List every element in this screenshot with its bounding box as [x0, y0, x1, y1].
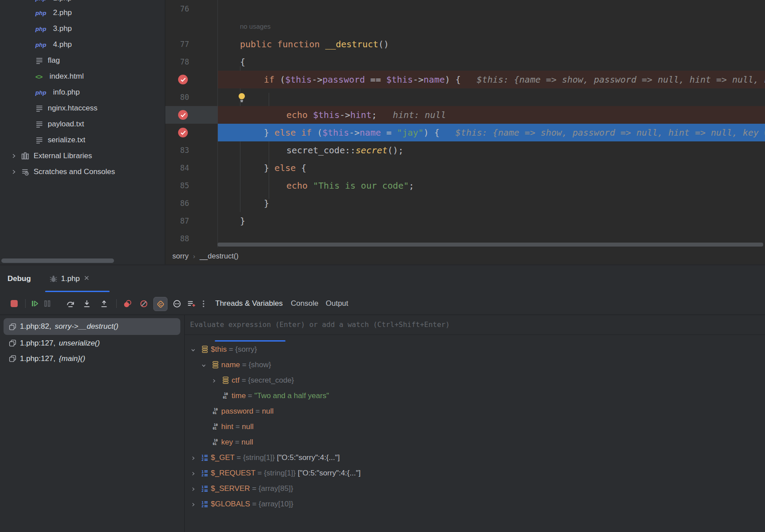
variable-row-globals[interactable]: 12$GLOBALS = {array[10]} — [185, 497, 765, 511]
code-line[interactable]: public function __destruct() — [217, 35, 765, 53]
gutter-cell[interactable]: 77 — [165, 35, 217, 53]
code-line[interactable]: { — [217, 53, 765, 71]
mute-breakpoints-icon[interactable] — [121, 297, 133, 310]
gutter-cell[interactable]: 76 — [165, 0, 217, 18]
line-number[interactable]: 88 — [165, 230, 217, 247]
tree-item-nginx-htaccess[interactable]: nginx.htaccess — [0, 102, 165, 115]
line-number[interactable]: 83 — [165, 141, 217, 159]
gutter-cell[interactable]: 85 — [165, 177, 217, 194]
gutter-cell[interactable]: 84 — [165, 159, 217, 177]
evaluate-expression-input[interactable]: Evaluate expression (Enter) or add a wat… — [185, 315, 765, 335]
chevron-right-icon[interactable] — [11, 153, 17, 159]
code-token: "This is our code" — [313, 180, 409, 191]
gutter-cell[interactable]: 78 — [165, 53, 217, 71]
step-out-icon[interactable] — [98, 297, 110, 310]
code-line[interactable]: secret_code::secret(); — [217, 141, 765, 159]
project-horizontal-scrollbar[interactable] — [1, 258, 114, 263]
gutter-cell[interactable]: 87 — [165, 212, 217, 230]
variable-row-_request[interactable]: 12$_REQUEST = {string[1]} ["O:5:"sorry":… — [185, 466, 765, 480]
add-watch-icon[interactable] — [185, 297, 197, 310]
tree-item-4-php[interactable]: php4.php — [0, 38, 165, 51]
chevron-right-icon[interactable] — [211, 378, 217, 383]
chevron-right-icon[interactable] — [190, 471, 196, 476]
tree-item-index-html[interactable]: <>index.html — [0, 70, 165, 83]
breadcrumb-method[interactable]: __destruct() — [200, 252, 239, 260]
chevron-down-icon[interactable] — [190, 347, 196, 352]
resume-icon[interactable] — [29, 297, 41, 310]
code-line[interactable]: } else if ($this->name = "jay") { $this:… — [217, 124, 765, 141]
stop-button[interactable] — [8, 297, 20, 310]
breakpoint-icon[interactable] — [178, 128, 188, 137]
close-icon[interactable] — [84, 275, 90, 283]
line-number[interactable]: 85 — [165, 177, 217, 194]
variable-row-_server[interactable]: 12$_SERVER = {array[85]} — [185, 482, 765, 496]
tree-item-payload-txt[interactable]: payload.txt — [0, 118, 165, 131]
frames-list: 1.php:82, sorry->__destruct()1.php:127, … — [0, 315, 184, 532]
breakpoint-crossed-icon[interactable] — [137, 297, 150, 310]
array-icon: 12 — [201, 500, 209, 508]
variable-row-name[interactable]: name = {show} — [185, 358, 765, 372]
gutter-cell[interactable]: 86 — [165, 194, 217, 212]
variable-row-time[interactable]: 1001time = "Two and a half years" — [185, 389, 765, 403]
php-c-toggle-icon[interactable]: C — [153, 297, 167, 311]
gutter-cell[interactable] — [165, 71, 217, 88]
tree-item-3-php[interactable]: php3.php — [0, 22, 165, 35]
code-line[interactable] — [217, 88, 765, 106]
code-line[interactable]: } — [217, 194, 765, 212]
chevron-right-icon[interactable] — [11, 169, 17, 175]
tree-item-serialize-txt[interactable]: serialize.txt — [0, 133, 165, 147]
line-number[interactable]: 77 — [165, 35, 217, 53]
step-into-icon[interactable] — [80, 297, 93, 310]
code-line[interactable]: echo $this->hint; hint: null — [217, 106, 765, 124]
gutter-cell[interactable] — [165, 106, 217, 124]
variable-row-key[interactable]: 1001key = null — [185, 435, 765, 449]
stack-frame[interactable]: 1.php:127, {main}() — [4, 351, 180, 366]
debug-session-tab[interactable]: 1.php — [44, 265, 110, 293]
breadcrumb-class[interactable]: sorry — [172, 252, 189, 260]
code-line[interactable] — [217, 0, 765, 18]
gutter-cell[interactable]: 88 — [165, 230, 217, 247]
pause-icon[interactable] — [41, 297, 53, 310]
tree-item-external-libraries[interactable]: External Libraries — [0, 149, 165, 163]
line-number[interactable]: 80 — [165, 88, 217, 106]
variable-row-this[interactable]: $this = {sorry} — [185, 342, 765, 357]
chevron-right-icon[interactable] — [190, 455, 196, 460]
tab-console[interactable]: Console — [291, 293, 318, 315]
line-number[interactable]: 84 — [165, 159, 217, 177]
chevron-right-icon[interactable] — [190, 486, 196, 491]
chevron-down-icon[interactable] — [201, 362, 206, 368]
tab-output[interactable]: Output — [326, 293, 348, 315]
line-number[interactable]: 87 — [165, 212, 217, 230]
tree-item-partial[interactable]: php1.php — [0, 0, 165, 5]
gutter-cell[interactable]: 83 — [165, 141, 217, 159]
code-line[interactable]: } else { — [217, 159, 765, 177]
variable-row-_get[interactable]: 12$_GET = {string[1]} ["O:5:"sorry":4:{.… — [185, 451, 765, 465]
line-number[interactable]: 76 — [165, 0, 217, 18]
line-number[interactable]: 86 — [165, 194, 217, 212]
stack-frame[interactable]: 1.php:127, unserialize() — [4, 335, 180, 351]
line-number[interactable]: 78 — [165, 53, 217, 71]
code-line[interactable]: echo "This is our code"; — [217, 177, 765, 194]
code-line[interactable]: if ($this->password == $this->name) { $t… — [217, 71, 765, 88]
editor-horizontal-scrollbar[interactable] — [217, 243, 763, 247]
circle-dots-icon[interactable] — [171, 297, 183, 310]
gutter-cell[interactable]: 80 — [165, 88, 217, 106]
chevron-right-icon[interactable] — [190, 502, 196, 507]
variable-row-password[interactable]: 1001password = null — [185, 404, 765, 418]
tree-item-scratches-and-consoles[interactable]: Scratches and Consoles — [0, 165, 165, 179]
gutter-cell[interactable] — [165, 124, 217, 141]
tree-item-label: payload.txt — [48, 120, 84, 129]
breakpoint-icon[interactable] — [178, 110, 188, 120]
more-kebab-icon[interactable] — [197, 297, 209, 310]
breakpoint-icon[interactable] — [178, 75, 188, 84]
tab-threads-variables[interactable]: Threads & Variables — [215, 293, 283, 315]
intention-lightbulb-icon[interactable] — [238, 91, 246, 106]
tree-item-flag[interactable]: flag — [0, 54, 165, 67]
stack-frame[interactable]: 1.php:82, sorry->__destruct() — [4, 318, 180, 335]
step-over-icon[interactable] — [64, 297, 76, 310]
tree-item-info-php[interactable]: phpinfo.php — [0, 86, 165, 99]
tree-item-2-php[interactable]: php2.php — [0, 6, 165, 19]
variable-row-ctf[interactable]: ctf = {secret_code} — [185, 373, 765, 388]
code-line[interactable]: } — [217, 212, 765, 230]
variable-row-hint[interactable]: 1001hint = null — [185, 420, 765, 434]
